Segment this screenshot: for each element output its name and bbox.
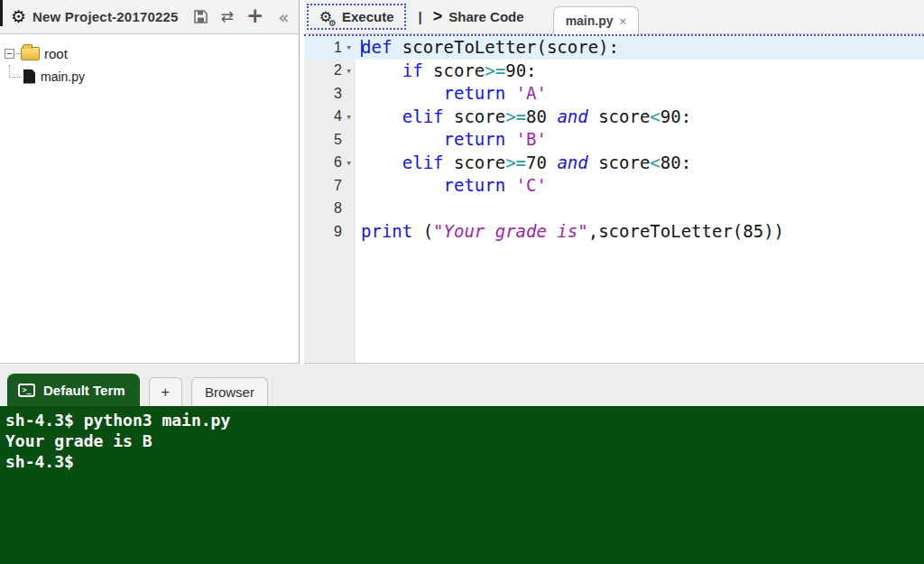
line-number: 5	[334, 132, 342, 148]
project-panel: ⚙ New Project-20170225 ⇄ + « − root main…	[0, 0, 300, 364]
line-gutter: 9	[304, 220, 356, 244]
line-number: 9	[334, 224, 342, 240]
project-settings-gear-icon[interactable]: ⚙	[11, 8, 26, 25]
file-tree: − root main.py	[0, 34, 299, 88]
code-line[interactable]: 7 return 'C'	[304, 174, 924, 198]
code-text[interactable]: print ("Your grade is",scoreToLetter(85)…	[356, 220, 924, 244]
tree-connector	[14, 53, 21, 54]
window-edge	[0, 0, 3, 26]
tree-node-root[interactable]: − root	[0, 42, 299, 65]
sync-icon[interactable]: ⇄	[221, 9, 234, 24]
line-gutter: 4▾	[304, 106, 356, 129]
tab-mainpy[interactable]: main.py ×	[553, 6, 640, 34]
terminal-icon: >_	[18, 384, 35, 397]
tab-browser[interactable]: Browser	[191, 377, 268, 406]
project-title: New Project-20170225	[32, 9, 179, 24]
line-number: 1	[334, 40, 342, 56]
toolbar-separator: |	[419, 9, 422, 24]
line-gutter: 3	[304, 82, 356, 106]
code-line[interactable]: 5 return 'B'	[304, 128, 924, 152]
code-line[interactable]: 4▾ elif score>=80 and score<90:	[304, 106, 924, 129]
code-text[interactable]: if score>=90:	[356, 60, 924, 83]
code-line[interactable]: 2▾ if score>=90:	[304, 60, 924, 83]
tab-default-term[interactable]: >_ Default Term	[7, 374, 140, 406]
code-line[interactable]: 3 return 'A'	[304, 82, 924, 106]
line-number: 7	[334, 178, 342, 194]
line-number: 3	[334, 86, 342, 102]
terminal-tabs: >_ Default Term + Browser	[0, 364, 924, 406]
terminal-line: Your grade is B	[5, 430, 919, 451]
line-number: 8	[334, 200, 342, 217]
execute-button[interactable]: ⚙⚙ Execute	[307, 4, 406, 30]
code-text[interactable]: return 'B'	[356, 128, 924, 152]
project-toolbar: ⚙ New Project-20170225 ⇄ + «	[0, 0, 299, 34]
line-number: 6	[334, 154, 342, 171]
code-text[interactable]: elif score>=70 and score<80:	[356, 152, 924, 175]
code-text[interactable]: elif score>=80 and score<90:	[356, 106, 924, 129]
fold-arrow-icon[interactable]: ▾	[342, 111, 356, 123]
terminal-panel: >_ Default Term + Browser sh-4.3$ python…	[0, 364, 924, 564]
save-icon[interactable]	[193, 9, 208, 24]
folder-icon	[21, 47, 40, 60]
collapse-panel-icon[interactable]: «	[278, 8, 289, 26]
execute-gears-icon: ⚙⚙	[316, 10, 336, 24]
share-code-button[interactable]: > Share Code	[433, 7, 524, 26]
code-editor[interactable]: 1▾def scoreToLetter(score):2▾ if score>=…	[304, 34, 924, 363]
editor-toolbar: ⚙⚙ Execute | > Share Code main.py ×	[304, 0, 924, 34]
code-line[interactable]: 9print ("Your grade is",scoreToLetter(85…	[304, 220, 924, 244]
editor-panel: ⚙⚙ Execute | > Share Code main.py × 1▾de…	[304, 0, 924, 364]
fold-arrow-icon[interactable]: ▾	[342, 157, 356, 169]
tree-collapse-icon[interactable]: −	[5, 49, 14, 59]
line-gutter: 1▾	[304, 36, 356, 60]
terminal-line: sh-4.3$	[5, 451, 919, 472]
line-number: 4	[334, 108, 342, 125]
fold-arrow-icon[interactable]: ▾	[342, 42, 356, 53]
new-terminal-tab-button[interactable]: +	[149, 377, 182, 406]
ide-window: ⚙ New Project-20170225 ⇄ + « − root main…	[0, 0, 924, 564]
editor-filler	[304, 244, 924, 364]
tree-node-label[interactable]: root	[44, 46, 68, 61]
fold-arrow-icon[interactable]: ▾	[342, 65, 356, 77]
line-gutter: 8	[304, 198, 356, 221]
share-arrow-icon: >	[433, 7, 443, 26]
tree-node-mainpy[interactable]: main.py	[0, 65, 299, 88]
code-text[interactable]: return 'C'	[356, 174, 924, 198]
line-gutter: 6▾	[304, 152, 356, 175]
code-text[interactable]: return 'A'	[356, 82, 924, 106]
code-text[interactable]: def scoreToLetter(score):	[356, 36, 924, 60]
code-line[interactable]: 8	[304, 198, 924, 221]
file-icon	[23, 69, 35, 84]
line-gutter: 2▾	[304, 60, 356, 83]
code-line[interactable]: 6▾ elif score>=70 and score<80:	[304, 152, 924, 175]
tree-connector	[9, 65, 22, 78]
terminal-output[interactable]: sh-4.3$ python3 main.pyYour grade is Bsh…	[0, 406, 924, 564]
code-line[interactable]: 1▾def scoreToLetter(score):	[304, 36, 924, 60]
line-gutter: 7	[304, 174, 356, 198]
line-number: 2	[334, 62, 342, 79]
line-gutter: 5	[304, 128, 356, 152]
add-icon[interactable]: +	[246, 5, 263, 26]
terminal-line: sh-4.3$ python3 main.py	[5, 410, 919, 430]
tree-node-label[interactable]: main.py	[41, 69, 85, 84]
close-tab-icon[interactable]: ×	[620, 14, 627, 28]
